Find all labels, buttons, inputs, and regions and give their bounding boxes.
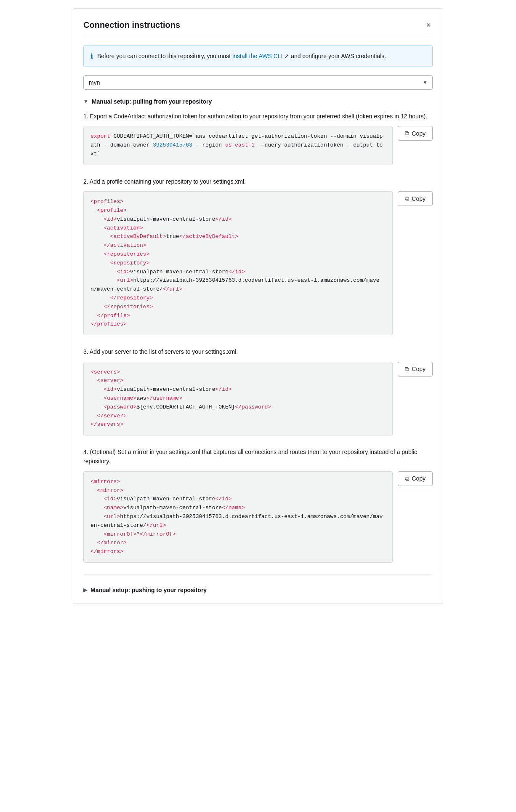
step-1-code-wrapper: export CODEARTIFACT_AUTH_TOKEN=`aws code… [83,126,433,165]
step-4-code: <mirrors> <mirror> <id>visualpath-maven-… [83,471,393,563]
modal-header: Connection instructions × [83,19,433,37]
copy-label-2: Copy [412,195,426,202]
info-text-before: Before you can connect to this repositor… [97,53,232,59]
account-id-1: 392530415763 [153,142,192,148]
step-3-code: <servers> <server> <id>visualpath-maven-… [83,362,393,436]
step-3: 3. Add your server to the list of server… [83,347,433,435]
copy-button-3[interactable]: ⧉ Copy [398,362,433,377]
step-4: 4. (Optional) Set a mirror in your setti… [83,447,433,563]
copy-button-1[interactable]: ⧉ Copy [398,126,433,141]
step-1-code: export CODEARTIFACT_AUTH_TOKEN=`aws code… [83,126,393,165]
pull-section-label: Manual setup: pulling from your reposito… [92,98,212,105]
install-aws-cli-link[interactable]: install the AWS CLI [232,53,282,59]
close-button[interactable]: × [424,19,433,31]
pull-section-header[interactable]: ▼ Manual setup: pulling from your reposi… [83,98,433,105]
package-type-dropdown[interactable]: mvn gradle pip npm twine [83,75,433,90]
copy-icon-3: ⧉ [405,366,409,373]
code-text-2: --region [192,142,225,148]
region-1: us-east-1 [225,142,255,148]
step-3-label: 3. Add your server to the list of server… [83,347,433,356]
package-type-selector[interactable]: mvn gradle pip npm twine ▼ [83,75,433,90]
modal-title: Connection instructions [83,20,180,30]
step-2-code: <profiles> <profile> <id>visualpath-mave… [83,191,393,335]
section-divider [83,574,433,575]
push-section-chevron: ▶ [83,587,87,593]
copy-button-4[interactable]: ⧉ Copy [398,471,433,486]
info-text-after: and configure your AWS credentials. [289,53,386,59]
copy-label-4: Copy [412,475,426,482]
copy-icon-2: ⧉ [405,195,409,202]
pull-section-chevron: ▼ [83,99,88,104]
step-4-label: 4. (Optional) Set a mirror in your setti… [83,447,433,466]
copy-label-1: Copy [412,130,426,137]
step-1-label: 1. Export a CodeArtifact authorization t… [83,112,433,121]
modal-container: Connection instructions × ℹ Before you c… [73,8,443,604]
push-section-label: Manual setup: pushing to your repository [90,587,207,593]
step-2: 2. Add a profile containing your reposit… [83,177,433,335]
step-2-label: 2. Add a profile containing your reposit… [83,177,433,186]
keyword-export: export [90,133,110,139]
info-icon: ℹ [90,52,93,60]
copy-icon-4: ⧉ [405,475,409,482]
step-4-code-wrapper: <mirrors> <mirror> <id>visualpath-maven-… [83,471,433,563]
info-box: ℹ Before you can connect to this reposit… [83,45,433,67]
push-section-header[interactable]: ▶ Manual setup: pushing to your reposito… [83,583,433,593]
step-3-code-wrapper: <servers> <server> <id>visualpath-maven-… [83,362,433,436]
copy-label-3: Copy [412,366,426,372]
step-2-code-wrapper: <profiles> <profile> <id>visualpath-mave… [83,191,433,335]
copy-button-2[interactable]: ⧉ Copy [398,191,433,206]
external-link-icon: ↗ [282,53,289,59]
info-text: Before you can connect to this repositor… [97,52,386,61]
copy-icon-1: ⧉ [405,130,409,137]
step-1: 1. Export a CodeArtifact authorization t… [83,112,433,165]
